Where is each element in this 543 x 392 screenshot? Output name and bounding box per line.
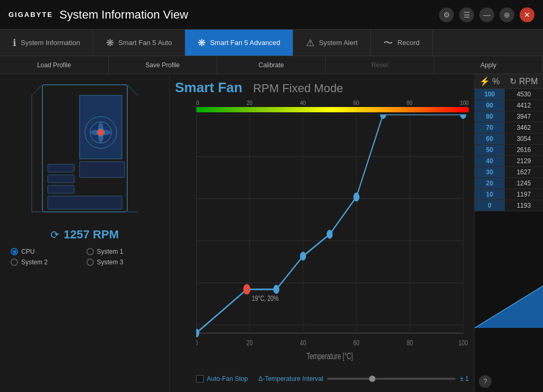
tab-system-alert[interactable]: ⚠ System Alert bbox=[293, 30, 371, 56]
alert-icon: ⚠ bbox=[306, 37, 314, 49]
app-logo: GIGABYTE System Information View bbox=[8, 8, 188, 22]
table-row: 904412 bbox=[475, 100, 543, 111]
fan-option-system2[interactable]: System 2 bbox=[11, 259, 83, 266]
titlebar: GIGABYTE System Information View ⚙ ☰ — ⊕… bbox=[0, 0, 543, 30]
color-bar-labels: 0 20 40 60 80 100 bbox=[196, 100, 469, 106]
svg-rect-13 bbox=[48, 185, 74, 193]
auto-fan-stop-control[interactable]: Auto-Fan Stop bbox=[196, 375, 248, 382]
svg-rect-12 bbox=[48, 175, 74, 183]
close-icon[interactable]: ✕ bbox=[520, 7, 535, 22]
tab-system-info-label: System Information bbox=[21, 39, 80, 47]
radio-cpu[interactable] bbox=[11, 248, 18, 255]
control-point-3[interactable] bbox=[300, 252, 305, 260]
sub-toolbar: Load Profile Save Profile Calibrate Rese… bbox=[0, 56, 543, 74]
control-point-5[interactable] bbox=[354, 193, 359, 201]
load-profile-button[interactable]: Load Profile bbox=[0, 56, 109, 74]
rpm-pct-cell[interactable]: 100 bbox=[475, 89, 505, 100]
rpm-value-cell: 1627 bbox=[505, 167, 544, 178]
tab-system-information[interactable]: ℹ System Information bbox=[0, 30, 93, 56]
rpm-pct-cell[interactable]: 30 bbox=[475, 167, 505, 178]
table-row: 01193 bbox=[475, 200, 543, 211]
svg-point-10 bbox=[98, 129, 104, 136]
chart-svg: 0 - 20 40 60 80 100 - - - - - 0 20 40 60… bbox=[196, 114, 469, 366]
chart-title-fan: Smart Fan bbox=[175, 79, 242, 96]
table-row: 301627 bbox=[475, 167, 543, 178]
reset-button[interactable]: Reset bbox=[326, 56, 434, 74]
rpm-pct-cell[interactable]: 90 bbox=[475, 100, 505, 111]
rpm-pct-cell[interactable]: 0 bbox=[475, 200, 505, 211]
control-point-2[interactable] bbox=[274, 286, 279, 293]
radio-system1[interactable] bbox=[86, 248, 94, 255]
svg-text:40: 40 bbox=[300, 338, 306, 347]
control-point-4[interactable] bbox=[327, 230, 332, 238]
temp-label-100: 100 bbox=[460, 100, 469, 106]
table-row: 703462 bbox=[475, 122, 543, 133]
main-content: ⟳ 1257 RPM CPU System 1 System 2 System … bbox=[0, 74, 543, 392]
temp-color-bar bbox=[196, 107, 469, 112]
delta-temp-thumb[interactable] bbox=[369, 376, 375, 382]
mini-chart-area: ? bbox=[475, 211, 543, 392]
calibrate-button[interactable]: Calibrate bbox=[217, 56, 326, 74]
delta-temp-control: Δ-Temperature Interval ± 1 bbox=[258, 375, 469, 382]
svg-rect-14 bbox=[48, 196, 122, 209]
rpm-pct-cell[interactable]: 20 bbox=[475, 178, 505, 189]
settings-icon[interactable]: ⚙ bbox=[439, 7, 454, 22]
rpm-pct-cell[interactable]: 80 bbox=[475, 111, 505, 122]
radio-cpu-inner bbox=[13, 250, 16, 254]
chart-title-mode: RPM Fixed Mode bbox=[253, 82, 343, 95]
fan-advanced-icon: ❋ bbox=[198, 37, 206, 49]
svg-text:Temperature [°C]: Temperature [°C] bbox=[306, 351, 353, 361]
rpm-pct-cell[interactable]: 60 bbox=[475, 133, 505, 145]
table-row: 502616 bbox=[475, 145, 543, 156]
rpm-value-cell: 4530 bbox=[505, 89, 544, 100]
delta-temp-value: ± 1 bbox=[460, 375, 469, 382]
right-panel: ⚡ % ↻ RPM 100453090441280394770346260305… bbox=[474, 74, 543, 392]
chart-tooltip: 19°C, 20% bbox=[252, 293, 279, 302]
rpm-pct-cell[interactable]: 70 bbox=[475, 122, 505, 133]
svg-text:60: 60 bbox=[353, 338, 360, 347]
fan-option-system3[interactable]: System 3 bbox=[86, 259, 159, 266]
pc-case-svg bbox=[27, 79, 143, 222]
table-row: 101197 bbox=[475, 189, 543, 200]
fan-option-cpu[interactable]: CPU bbox=[11, 248, 83, 255]
fan-selector: CPU System 1 System 2 System 3 bbox=[5, 248, 164, 266]
temp-label-20: 20 bbox=[247, 100, 252, 106]
control-point-7[interactable] bbox=[460, 114, 466, 119]
apply-button[interactable]: Apply bbox=[434, 56, 543, 74]
rpm-value-cell: 1197 bbox=[505, 189, 544, 200]
save-profile-button[interactable]: Save Profile bbox=[109, 56, 217, 74]
rpm-pct-cell[interactable]: 10 bbox=[475, 189, 505, 200]
tab-record[interactable]: 〜 Record bbox=[371, 30, 433, 56]
chart-controls: Auto-Fan Stop Δ-Temperature Interval ± 1 bbox=[196, 366, 469, 392]
minimize-icon[interactable]: — bbox=[479, 7, 494, 22]
svg-text:100: 100 bbox=[459, 338, 468, 347]
svg-line-1 bbox=[32, 85, 42, 95]
auto-fan-stop-checkbox[interactable] bbox=[196, 375, 204, 382]
record-icon: 〜 bbox=[383, 37, 393, 49]
app-title: System Information View bbox=[59, 8, 188, 22]
control-point-6[interactable] bbox=[380, 114, 386, 119]
rpm-value-cell: 1193 bbox=[505, 200, 544, 211]
rpm-value-cell: 3462 bbox=[505, 122, 544, 133]
nav-tabs: ℹ System Information ❋ Smart Fan 5 Auto … bbox=[0, 30, 543, 56]
rpm-value-cell: 3054 bbox=[505, 133, 544, 145]
help-icon[interactable]: ? bbox=[479, 375, 492, 388]
control-point-active[interactable] bbox=[243, 284, 250, 294]
delta-temp-slider[interactable] bbox=[327, 378, 456, 380]
rpm-table-pct-header: ⚡ % bbox=[475, 74, 505, 89]
radio-system3[interactable] bbox=[86, 259, 94, 266]
temp-label-0: 0 bbox=[196, 100, 199, 106]
fan-auto-icon: ❋ bbox=[106, 37, 114, 49]
table-row: 201245 bbox=[475, 178, 543, 189]
list-icon[interactable]: ☰ bbox=[459, 7, 474, 22]
rpm-pct-cell[interactable]: 50 bbox=[475, 145, 505, 156]
rpm-pct-cell[interactable]: 40 bbox=[475, 156, 505, 167]
gamepad-icon[interactable]: ⊕ bbox=[500, 7, 514, 22]
fan-system1-label: System 1 bbox=[97, 248, 124, 255]
fan-option-system1[interactable]: System 1 bbox=[86, 248, 159, 255]
chart-area[interactable]: 0 - 20 40 60 80 100 - - - - - 0 20 40 60… bbox=[196, 114, 469, 366]
tab-smart-fan-advanced[interactable]: ❋ Smart Fan 5 Advanced bbox=[185, 30, 293, 56]
radio-system2[interactable] bbox=[11, 259, 18, 266]
tab-smart-fan-auto[interactable]: ❋ Smart Fan 5 Auto bbox=[93, 30, 185, 56]
table-row: 603054 bbox=[475, 133, 543, 145]
